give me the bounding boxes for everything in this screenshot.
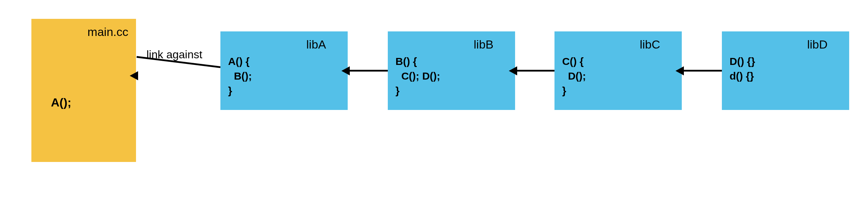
libb-box: libB B() { C(); D(); } <box>388 31 515 110</box>
liba-title: libA <box>228 38 340 51</box>
arrow-libb-to-liba-head <box>341 66 350 75</box>
libc-title: libC <box>562 38 674 51</box>
main-cc-box: main.cc A(); <box>31 19 136 162</box>
link-against-label: link against <box>146 48 202 61</box>
libb-code: B() { C(); D(); } <box>395 54 507 98</box>
libc-box: libC C() { D(); } <box>554 31 682 110</box>
arrow-libd-to-libc <box>682 70 722 72</box>
libd-code: D() {} d() {} <box>730 54 841 83</box>
main-title: main.cc <box>39 25 128 39</box>
libd-box: libD D() {} d() {} <box>722 31 849 110</box>
main-call-code: A(); <box>51 96 71 109</box>
libb-title: libB <box>395 38 507 51</box>
liba-code: A() { B(); } <box>228 54 340 98</box>
libd-title: libD <box>730 38 841 51</box>
arrow-libb-to-liba <box>348 70 388 72</box>
libc-code: C() { D(); } <box>562 54 674 98</box>
arrow-libc-to-libb <box>515 70 554 72</box>
arrow-libc-to-libb-head <box>509 66 517 75</box>
arrow-liba-to-main-head <box>130 71 138 80</box>
arrow-libd-to-libc-head <box>675 66 684 75</box>
liba-box: libA A() { B(); } <box>220 31 348 110</box>
